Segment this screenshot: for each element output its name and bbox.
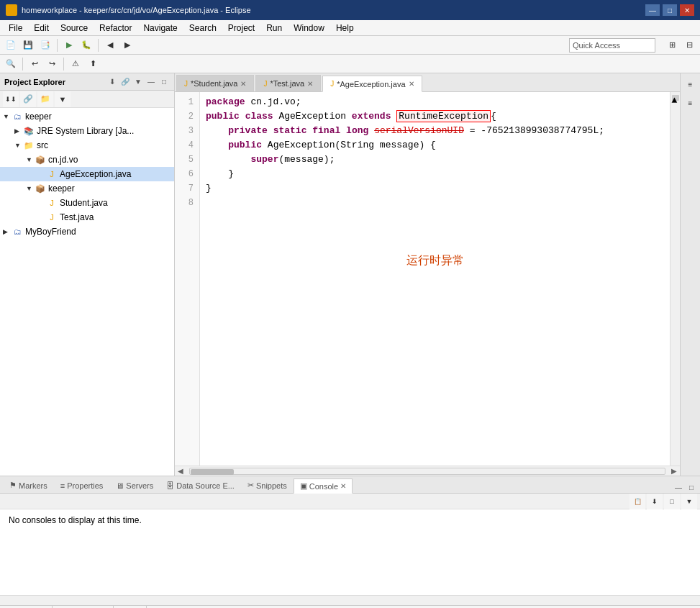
code-content[interactable]: package cn.jd.vo; public class AgeExcept… bbox=[200, 92, 670, 466]
folder-icon: 📁 bbox=[23, 140, 35, 151]
library-icon: 📚 bbox=[23, 125, 35, 137]
tree-item-student[interactable]: J Student.java bbox=[0, 196, 174, 210]
tab-ae-label: *AgeException.java bbox=[337, 80, 405, 89]
tree-arrow-src: ▼ bbox=[14, 142, 23, 149]
minimize-panel-button[interactable]: — bbox=[145, 76, 157, 88]
console-tool-4[interactable]: ▼ bbox=[681, 494, 697, 509]
close-button[interactable]: ✕ bbox=[680, 4, 694, 16]
tab-student-label: *Student.java bbox=[191, 79, 237, 88]
menu-item-run[interactable]: Run bbox=[260, 22, 288, 35]
perspective-button[interactable]: ⊞ bbox=[664, 37, 680, 53]
redo-button[interactable]: ↪ bbox=[44, 56, 60, 72]
explorer-toolbar: ⬇⬇ 🔗 📁 ▼ bbox=[0, 91, 174, 108]
tab-student[interactable]: J *Student.java ✕ bbox=[176, 75, 254, 91]
bottom-minimize-btn[interactable]: — bbox=[673, 481, 684, 493]
scroll-up[interactable]: ▲ bbox=[672, 95, 679, 101]
undo-button[interactable]: ↩ bbox=[27, 56, 42, 72]
console-tool-1[interactable]: 📋 bbox=[629, 494, 645, 509]
editor-scrollbar[interactable]: ▲ bbox=[670, 92, 680, 466]
search-button[interactable]: 🔍 bbox=[3, 56, 19, 72]
menu-item-navigate[interactable]: Navigate bbox=[137, 22, 183, 35]
tab-age-exception[interactable]: J *AgeException.java ✕ bbox=[322, 76, 422, 92]
tab-snippets[interactable]: ✂ Snippets bbox=[241, 478, 294, 493]
menu-item-window[interactable]: Window bbox=[288, 22, 330, 35]
tree-item-keeper-pkg[interactable]: ▼ 📦 keeper bbox=[0, 181, 174, 196]
tab-test[interactable]: J *Test.java ✕ bbox=[255, 75, 321, 91]
forward-button[interactable]: ▶ bbox=[119, 37, 135, 53]
quick-access-box[interactable]: Quick Access bbox=[569, 38, 655, 53]
tab-test-close[interactable]: ✕ bbox=[307, 80, 313, 88]
link-button[interactable]: 🔗 bbox=[20, 91, 36, 107]
menu-item-search[interactable]: Search bbox=[183, 22, 222, 35]
maximize-panel-button[interactable]: □ bbox=[158, 76, 170, 88]
h-scrollbar[interactable]: ◀ ▶ bbox=[175, 466, 680, 476]
bottom-maximize-btn[interactable]: □ bbox=[686, 481, 697, 493]
package-label: cn.jd.vo bbox=[48, 155, 78, 165]
tree-item-keeper-project[interactable]: ▼ 🗂 keeper bbox=[0, 109, 174, 124]
menu-item-project[interactable]: Project bbox=[222, 22, 260, 35]
project-tree: ▼ 🗂 keeper ▶ 📚 JRE System Library [Ja...… bbox=[0, 108, 174, 476]
tab-servers[interactable]: 🖥 Servers bbox=[109, 478, 160, 493]
prev-error-button[interactable]: ⬆ bbox=[85, 56, 101, 72]
run-button[interactable]: ▶ bbox=[61, 37, 77, 53]
menubar: FileEditSourceRefactorNavigateSearchProj… bbox=[0, 20, 700, 36]
tab-markers[interactable]: ⚑ Markers bbox=[3, 478, 54, 493]
tree-item-test[interactable]: J Test.java bbox=[0, 210, 174, 224]
save-all-button[interactable]: 📑 bbox=[37, 37, 53, 53]
tab-datasource[interactable]: 🗄 Data Source E... bbox=[160, 478, 241, 493]
project-explorer-panel: Project Explorer ⬇ 🔗 ▼ — □ ⬇⬇ 🔗 📁 ▼ ▼ 🗂 … bbox=[0, 73, 175, 476]
tree-arrow-jre: ▶ bbox=[14, 127, 23, 135]
console-tool-2[interactable]: ⬇ bbox=[647, 494, 663, 509]
panel-header-buttons: ⬇ 🔗 ▼ — □ bbox=[106, 76, 170, 88]
menu-item-file[interactable]: File bbox=[3, 22, 28, 35]
tab-ae-close[interactable]: ✕ bbox=[409, 80, 414, 88]
scroll-right-btn[interactable]: ▶ bbox=[668, 467, 680, 475]
view-menu-button[interactable]: ▼ bbox=[132, 76, 144, 88]
debug-button[interactable]: 🐛 bbox=[78, 37, 94, 53]
collapse-button[interactable]: ⬇⬇ bbox=[3, 91, 19, 107]
console-tool-3[interactable]: □ bbox=[664, 494, 680, 509]
new-folder-button[interactable]: 📁 bbox=[37, 91, 53, 107]
new-button[interactable]: 📄 bbox=[3, 37, 19, 53]
keeper-pkg-label: keeper bbox=[48, 183, 75, 194]
menu-item-refactor[interactable]: Refactor bbox=[94, 22, 137, 35]
java-file-icon: J bbox=[46, 168, 58, 180]
code-line-5: super(message); bbox=[206, 153, 664, 167]
test-icon: J bbox=[46, 212, 58, 223]
console-message: No consoles to display at this time. bbox=[9, 515, 142, 525]
code-line-2: public class AgeException extends Runtim… bbox=[206, 109, 664, 124]
h-scroll-track[interactable] bbox=[189, 468, 665, 475]
menu-item-help[interactable]: Help bbox=[330, 22, 360, 35]
minimize-button[interactable]: — bbox=[645, 4, 660, 16]
h-scroll-thumb[interactable] bbox=[191, 469, 234, 475]
bottom-scrollbar[interactable] bbox=[0, 595, 700, 605]
tree-item-jre[interactable]: ▶ 📚 JRE System Library [Ja... bbox=[0, 124, 174, 138]
tab-console-close[interactable]: ✕ bbox=[340, 482, 346, 490]
tab-properties[interactable]: ≡ Properties bbox=[54, 478, 110, 493]
right-sidebar-btn2[interactable]: ≡ bbox=[683, 95, 699, 111]
collapse-all-button[interactable]: ⬇ bbox=[106, 76, 118, 88]
tab-student-close[interactable]: ✕ bbox=[240, 80, 246, 88]
window-title: homeworkplace - keeper/src/cn/jd/vo/AgeE… bbox=[22, 6, 645, 14]
menu-item-edit[interactable]: Edit bbox=[28, 22, 55, 35]
tab-console[interactable]: ▣ Console ✕ bbox=[294, 478, 353, 494]
tree-item-myboyfriend[interactable]: ▶ 🗂 MyBoyFriend bbox=[0, 224, 174, 239]
right-sidebar-btn1[interactable]: ≡ bbox=[683, 76, 699, 92]
back-button[interactable]: ◀ bbox=[102, 37, 118, 53]
code-line-7: } bbox=[206, 181, 664, 196]
maximize-button[interactable]: □ bbox=[663, 4, 677, 16]
editor-tabs: J *Student.java ✕ J *Test.java ✕ J *AgeE… bbox=[175, 73, 680, 92]
line-numbers: 1 2 3 4 5 6 7 8 bbox=[175, 92, 200, 466]
scroll-left-btn[interactable]: ◀ bbox=[175, 467, 186, 475]
next-error-button[interactable]: ⚠ bbox=[68, 56, 83, 72]
menu-item-source[interactable]: Source bbox=[55, 22, 94, 35]
link-editor-button[interactable]: 🔗 bbox=[119, 76, 131, 88]
tree-item-src[interactable]: ▼ 📁 src bbox=[0, 138, 174, 153]
save-button[interactable]: 💾 bbox=[20, 37, 36, 53]
code-editor: 1 2 3 4 5 6 7 8 package cn.jd.vo; public… bbox=[175, 92, 680, 466]
menu-down-button[interactable]: ▼ bbox=[55, 91, 71, 107]
right-sidebar: ≡ ≡ bbox=[680, 73, 700, 476]
tree-item-age-exception[interactable]: J AgeException.java bbox=[0, 167, 174, 181]
tree-item-cn-jd-vo[interactable]: ▼ 📦 cn.jd.vo bbox=[0, 153, 174, 167]
view-button[interactable]: ⊟ bbox=[681, 37, 697, 53]
